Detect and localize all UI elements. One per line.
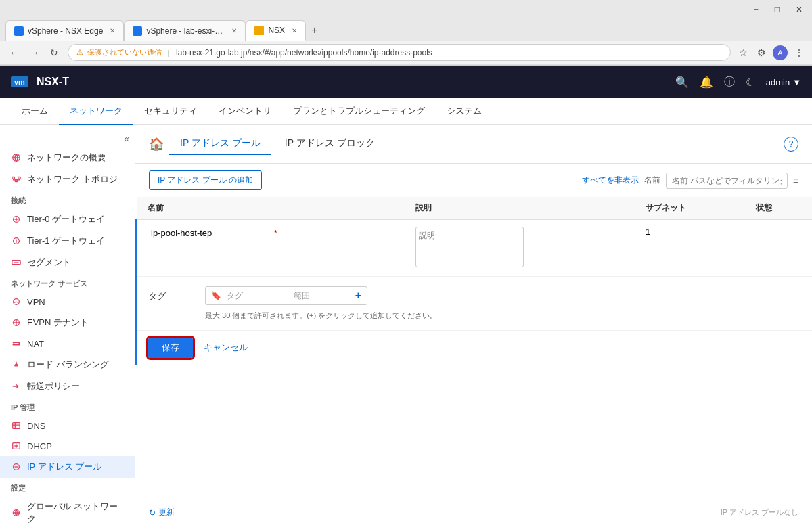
profile-icon[interactable]: A	[773, 45, 788, 60]
sidebar-label-dns: DNS	[27, 421, 45, 431]
forward-icon	[11, 381, 22, 392]
menu-inventory[interactable]: インベントリ	[208, 98, 282, 125]
tag-field[interactable]: 🔖 タグ 範囲 +	[205, 286, 367, 305]
content-toolbar: IP アドレス プール の追加 すべてを非表示 名前 ≡	[135, 164, 812, 197]
tag-hint: 最大 30 個まで許可されます。(+) をクリックして追加してください。	[205, 311, 437, 321]
forward-button[interactable]: →	[26, 45, 43, 61]
sidebar-item-overview[interactable]: ネットワークの概要	[0, 147, 135, 168]
form-subnet-cell: 1	[635, 220, 745, 277]
tab-ip-address-pool[interactable]: IP アドレス プール	[169, 133, 271, 155]
menu-plans[interactable]: プランとトラブルシューティング	[282, 98, 436, 125]
url-separator: |	[166, 49, 172, 57]
tag-label: タグ	[148, 286, 189, 302]
browser-titlebar: − □ ✕	[0, 0, 812, 19]
menu-security[interactable]: セキュリティ	[133, 98, 208, 125]
browser-tab-1[interactable]: vSphere - NSX Edge ✕	[5, 20, 124, 41]
tab-favicon-2	[133, 26, 142, 36]
menu-bar: ホーム ネットワーク セキュリティ インベントリ プランとトラブルシューティング…	[0, 98, 812, 125]
sidebar-label-topology: ネットワーク トポロジ	[27, 173, 118, 185]
sidebar-item-dhcp[interactable]: DHCP	[0, 436, 135, 456]
tab-close-2[interactable]: ✕	[231, 27, 237, 35]
browser-window-controls[interactable]: − □ ✕	[750, 3, 807, 16]
desc-textarea[interactable]	[415, 227, 524, 267]
page-header: 🏠 IP アドレス プール IP アドレス ブロック ?	[135, 125, 812, 164]
menu-system[interactable]: システム	[436, 98, 493, 125]
url-bar[interactable]: ⚠ 保護されていない通信 | lab-nsx-21.go-lab.jp/nsx/…	[68, 44, 731, 61]
sidebar-label-nat: NAT	[27, 339, 44, 349]
bell-icon[interactable]: 🔔	[700, 76, 713, 89]
sidebar-label-tier0: Tier-0 ゲートウェイ	[27, 213, 105, 225]
sidebar-item-lb[interactable]: ロード バランシング	[0, 354, 135, 376]
minimize-button[interactable]: −	[750, 3, 763, 16]
help-icon[interactable]: ⓘ	[724, 75, 735, 89]
menu-network[interactable]: ネットワーク	[59, 98, 133, 125]
new-tab-button[interactable]: +	[306, 20, 323, 41]
browser-tab-3[interactable]: NSX ✕	[246, 20, 306, 41]
reload-button[interactable]: ↻	[46, 45, 62, 61]
sidebar-label-evpn: EVPN テナント	[27, 317, 89, 329]
tier0-icon	[11, 214, 22, 225]
search-icon[interactable]: 🔍	[675, 76, 689, 89]
sidebar-label-global: グローバル ネットワーク	[27, 501, 124, 523]
sidebar-section-services: ネットワーク サービス	[0, 273, 135, 292]
tag-placeholder: タグ	[227, 290, 282, 302]
page-header-tabs: 🏠 IP アドレス プール IP アドレス ブロック	[149, 133, 386, 155]
menu-home[interactable]: ホーム	[11, 98, 59, 125]
table-header-row: 名前 説明 サブネット 状態	[137, 197, 813, 220]
tab-ip-address-block[interactable]: IP アドレス ブロック	[274, 133, 386, 155]
close-button[interactable]: ✕	[792, 3, 807, 16]
scope-placeholder: 範囲	[294, 290, 349, 302]
sidebar-item-global[interactable]: グローバル ネットワーク	[0, 496, 135, 523]
dns-icon	[11, 420, 22, 431]
app-title: NSX-T	[37, 76, 69, 88]
sidebar-item-segment[interactable]: セグメント	[0, 252, 135, 273]
user-chevron-icon: ▼	[792, 77, 801, 87]
sidebar-item-dns[interactable]: DNS	[0, 415, 135, 436]
vm-logo-badge: vm	[11, 76, 28, 87]
save-button[interactable]: 保存	[148, 338, 193, 358]
sidebar-item-vpn[interactable]: VPN	[0, 292, 135, 312]
form-action-cell: 保存 キャンセル	[137, 331, 813, 365]
sidebar-item-tier0[interactable]: Tier-0 ゲートウェイ	[0, 208, 135, 230]
tag-add-button[interactable]: +	[355, 290, 361, 302]
top-nav: vm NSX-T 🔍 🔔 ⓘ ☾ admin ▼	[0, 66, 812, 98]
sidebar-item-ippool[interactable]: IP アドレス プール	[0, 456, 135, 478]
hide-all-button[interactable]: すべてを非表示	[582, 175, 639, 186]
extensions-icon[interactable]: ⚙	[754, 45, 769, 61]
tab-close-1[interactable]: ✕	[110, 27, 115, 35]
help-button[interactable]: ?	[784, 137, 798, 152]
refresh-icon: ↻	[149, 508, 156, 518]
sidebar-section-ip: IP 管理	[0, 397, 135, 415]
sidebar-item-evpn[interactable]: EVPN テナント	[0, 312, 135, 334]
sidebar-label-overview: ネットワークの概要	[27, 152, 106, 164]
cancel-button[interactable]: キャンセル	[204, 342, 248, 354]
tab-close-3[interactable]: ✕	[292, 27, 297, 35]
back-button[interactable]: ←	[5, 45, 23, 61]
filter-input[interactable]	[666, 173, 788, 189]
security-warning-text: 保護されていない通信	[87, 47, 162, 58]
bookmark-icon[interactable]: ☆	[736, 45, 750, 61]
ip-pool-table: 名前 説明 サブネット 状態 *	[135, 197, 812, 365]
add-ip-pool-button[interactable]: IP アドレス プール の追加	[149, 170, 262, 190]
theme-toggle-icon[interactable]: ☾	[746, 76, 755, 89]
restore-button[interactable]: □	[771, 3, 784, 16]
tag-field-icon: 🔖	[211, 291, 221, 300]
sidebar-item-topology[interactable]: ネットワーク トポロジ	[0, 168, 135, 190]
content-footer: ↻ 更新 IP アドレス プールなし	[135, 501, 812, 523]
url-text: lab-nsx-21.go-lab.jp/nsx/#/app/networks/…	[176, 48, 722, 58]
user-menu[interactable]: admin ▼	[766, 77, 801, 87]
sidebar-item-tier1[interactable]: Tier-1 ゲートウェイ	[0, 230, 135, 252]
menu-icon[interactable]: ⋮	[792, 45, 807, 61]
refresh-button[interactable]: ↻ 更新	[149, 507, 175, 518]
tab-favicon-1	[14, 26, 24, 36]
sidebar-label-dhcp: DHCP	[27, 441, 52, 451]
sidebar-item-forward[interactable]: 転送ポリシー	[0, 376, 135, 397]
sidebar-label-vpn: VPN	[27, 297, 45, 307]
browser-tab-2[interactable]: vSphere - lab-esxi-124.go-lab.jp ✕	[124, 20, 246, 41]
main-layout: « ネットワークの概要 ネットワーク トポロジ 接続 Tier-	[0, 125, 812, 523]
sidebar-item-nat[interactable]: NAT	[0, 334, 135, 354]
column-settings-icon[interactable]: ≡	[793, 175, 798, 186]
collapse-icon[interactable]: «	[124, 133, 129, 144]
top-nav-icons: 🔍 🔔 ⓘ ☾ admin ▼	[675, 75, 801, 89]
name-input[interactable]	[148, 227, 270, 240]
